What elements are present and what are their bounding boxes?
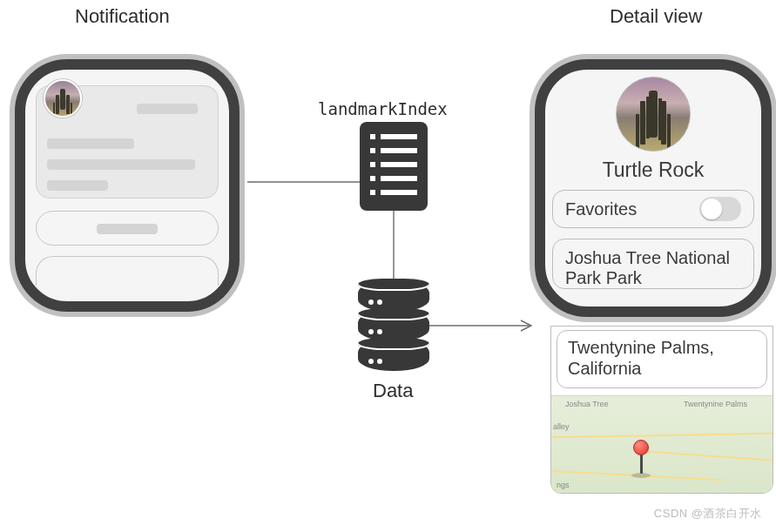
placeholder-line xyxy=(137,104,198,114)
detail-extension-card: Twentynine Palms, California Joshua Tree… xyxy=(550,326,773,494)
placeholder-line xyxy=(47,180,108,191)
map-label: alley xyxy=(553,422,570,431)
location-row: Twentynine Palms, California xyxy=(557,330,767,388)
favorites-toggle[interactable] xyxy=(699,197,741,221)
favorites-row[interactable]: Favorites xyxy=(552,190,754,228)
landmark-title: Turtle Rock xyxy=(545,158,761,182)
landmark-avatar-icon xyxy=(616,77,691,152)
park-row: Joshua Tree National Park Park xyxy=(552,239,754,289)
notification-action-button[interactable] xyxy=(36,256,219,286)
notification-watch xyxy=(15,59,240,312)
landmark-index-icon xyxy=(360,122,428,211)
detail-watch: Turtle Rock Favorites Joshua Tree Nation… xyxy=(535,59,772,317)
placeholder-line xyxy=(47,159,195,170)
notification-card xyxy=(36,85,219,199)
placeholder-line xyxy=(47,138,134,149)
database-icon xyxy=(358,280,429,371)
notification-avatar-icon xyxy=(44,79,82,118)
notification-action-button[interactable] xyxy=(36,211,219,246)
map-label: Joshua Tree xyxy=(565,400,609,408)
map-label: ngs xyxy=(557,481,570,489)
favorites-label: Favorites xyxy=(565,199,637,219)
watermark: CSDN @酒茶白开水 xyxy=(654,506,762,522)
map-label: Twentynine Palms xyxy=(684,400,747,408)
map-view[interactable]: Joshua Tree Twentynine Palms alley ngs xyxy=(551,395,773,493)
